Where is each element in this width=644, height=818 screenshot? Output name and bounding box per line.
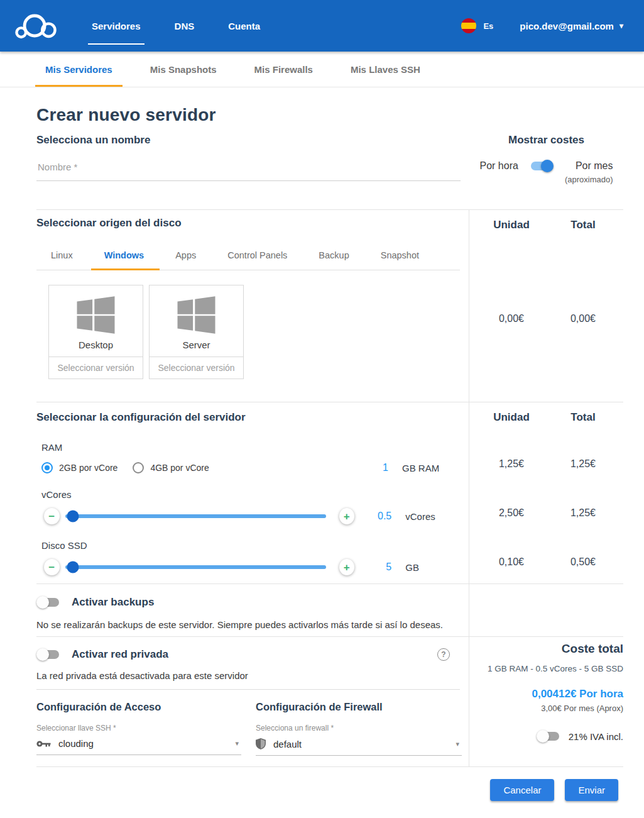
- server-name-input[interactable]: [36, 162, 461, 181]
- vcores-slider-thumb[interactable]: [67, 511, 79, 522]
- cloud-circles-icon: [15, 12, 57, 40]
- disk-tab-apps[interactable]: Apps: [175, 242, 196, 270]
- help-icon[interactable]: ?: [437, 648, 450, 661]
- disk-tab-snapshot[interactable]: Snapshot: [381, 242, 419, 270]
- disk-cost-unidad: 0,00€: [476, 313, 547, 324]
- show-costs-heading: Mostrar costes: [469, 134, 623, 146]
- private-network-toggle[interactable]: [36, 648, 60, 661]
- nav-item-label: DNS: [175, 21, 195, 31]
- language-selector[interactable]: Es: [461, 18, 493, 33]
- firewall-config-heading: Configuración de Firewall: [256, 701, 462, 713]
- vat-toggle[interactable]: [537, 730, 560, 743]
- radio-selected-icon: [41, 462, 53, 473]
- os-card-server[interactable]: Server Seleccionar versión: [149, 285, 244, 379]
- account-menu[interactable]: pico.dev@gmail.com ▾: [520, 21, 623, 31]
- backups-toggle-label: Activar backups: [72, 596, 154, 609]
- navbar: Servidores DNS Cuenta Es pico.dev@gmail.…: [0, 0, 644, 52]
- total-cost-panel: Coste total 1 GB RAM - 0.5 vCores - 5 GB…: [469, 637, 623, 766]
- chevron-down-icon: ▾: [235, 739, 241, 748]
- vcores-decrease-button[interactable]: −: [44, 508, 60, 524]
- cost-table-header: Unidad Total: [469, 411, 623, 424]
- disk-slider-row: − + 5 GB: [36, 559, 460, 575]
- toggle-knob: [36, 596, 49, 609]
- nav-item-cuenta[interactable]: Cuenta: [224, 0, 264, 52]
- tab-mis-llaves-ssh[interactable]: Mis Llaves SSH: [341, 52, 430, 87]
- nav-item-dns[interactable]: DNS: [171, 0, 199, 52]
- ssh-key-select[interactable]: clouding ▾: [36, 738, 241, 755]
- disk-slider[interactable]: [65, 565, 326, 569]
- vcores-increase-button[interactable]: +: [339, 508, 355, 524]
- tab-label: Mis Firewalls: [254, 64, 313, 75]
- ssd-cost-total: 0,50€: [547, 556, 619, 568]
- cancel-button[interactable]: Cancelar: [490, 779, 554, 801]
- form-actions: Cancelar Enviar: [36, 766, 623, 812]
- chevron-down-icon: ▾: [619, 21, 623, 30]
- disk-cost-total: 0,00€: [547, 313, 619, 324]
- clouding-logo[interactable]: [15, 12, 57, 40]
- per-hour-label: Por hora: [480, 160, 518, 172]
- version-select-label: Seleccionar versión: [57, 363, 134, 373]
- submit-button[interactable]: Enviar: [565, 779, 618, 801]
- firewall-select[interactable]: default ▾: [256, 738, 462, 756]
- config-heading: Seleccionar la configuración del servido…: [36, 411, 460, 424]
- disk-tab-label: Control Panels: [227, 250, 287, 260]
- ram-option-2gb[interactable]: 2GB por vCore: [41, 462, 117, 473]
- name-heading: Selecciona un nombre: [36, 134, 461, 146]
- windows-logo-icon: [177, 296, 216, 334]
- disk-ssd-label: Disco SSD: [41, 540, 460, 551]
- disk-slider-thumb[interactable]: [67, 561, 79, 573]
- disk-origin-tabs: Linux Windows Apps Control Panels Backup…: [36, 242, 460, 270]
- tab-mis-servidores[interactable]: Mis Servidores: [35, 52, 123, 87]
- disk-tab-windows[interactable]: Windows: [104, 242, 145, 270]
- windows-logo-icon: [76, 296, 116, 334]
- backups-description: No se realizarán backups de este servido…: [36, 619, 460, 630]
- radio-label: 4GB por vCore: [150, 463, 209, 473]
- nav-item-servidores[interactable]: Servidores: [88, 0, 145, 52]
- tab-mis-snapshots[interactable]: Mis Snapshots: [140, 52, 227, 87]
- os-card-title: Desktop: [79, 340, 113, 350]
- disk-tab-linux[interactable]: Linux: [51, 242, 73, 270]
- server-version-select[interactable]: Seleccionar versión: [150, 356, 243, 379]
- vcores-slider-row: − + 0.5 vCores: [36, 508, 460, 524]
- disk-tab-label: Apps: [175, 250, 196, 260]
- ssd-cost-unidad: 0,10€: [476, 556, 547, 568]
- ssh-key-field-label: Seleccionar llave SSH *: [36, 724, 256, 732]
- disk-tab-backup[interactable]: Backup: [319, 242, 349, 270]
- disk-origin-section: Seleccionar origen del disco Linux Windo…: [36, 209, 623, 402]
- disk-increase-button[interactable]: +: [339, 559, 355, 575]
- ram-cost-row: 1,25€ 1,25€: [469, 458, 623, 470]
- disk-tab-label: Linux: [51, 250, 73, 260]
- toggle-knob: [537, 730, 549, 743]
- os-card-title: Server: [182, 340, 210, 350]
- disk-unit: GB: [405, 562, 460, 573]
- ram-cost-unidad: 1,25€: [476, 458, 547, 470]
- backups-toggle[interactable]: [36, 596, 60, 609]
- costs-period-toggle[interactable]: [530, 160, 554, 172]
- disk-tab-label: Snapshot: [381, 250, 419, 260]
- vcores-label: vCores: [41, 489, 460, 500]
- page-title: Crear nuevo servidor: [36, 105, 623, 125]
- disk-origin-heading: Seleccionar origen del disco: [36, 217, 460, 229]
- per-month-label: Por mes: [576, 160, 613, 172]
- language-label: Es: [483, 21, 493, 31]
- desktop-version-select[interactable]: Seleccionar versión: [49, 356, 143, 379]
- total-cost-monthly: 3,00€ Por mes (Aprox): [469, 704, 623, 713]
- radio-label: 2GB por vCore: [59, 463, 117, 473]
- key-icon: [36, 740, 51, 748]
- unidad-header: Unidad: [476, 411, 547, 424]
- vcores-value: 0.5: [362, 511, 391, 522]
- vcores-cost-total: 1,25€: [547, 507, 619, 519]
- disk-tab-control-panels[interactable]: Control Panels: [227, 242, 287, 270]
- tab-mis-firewalls[interactable]: Mis Firewalls: [244, 52, 323, 87]
- firewall-field-label: Selecciona un firewall *: [256, 724, 462, 732]
- vcores-slider[interactable]: [65, 514, 326, 518]
- disk-decrease-button[interactable]: −: [44, 559, 60, 575]
- toggle-knob: [36, 648, 49, 661]
- radio-unselected-icon: [133, 462, 144, 473]
- total-cost-heading: Coste total: [469, 642, 623, 656]
- os-card-desktop[interactable]: Desktop Seleccionar versión: [48, 285, 143, 379]
- tab-label: Mis Llaves SSH: [351, 64, 420, 75]
- disk-cost-row: 0,00€ 0,00€: [469, 313, 623, 324]
- active-nav-underline: [88, 43, 145, 45]
- ram-option-4gb[interactable]: 4GB por vCore: [133, 462, 209, 473]
